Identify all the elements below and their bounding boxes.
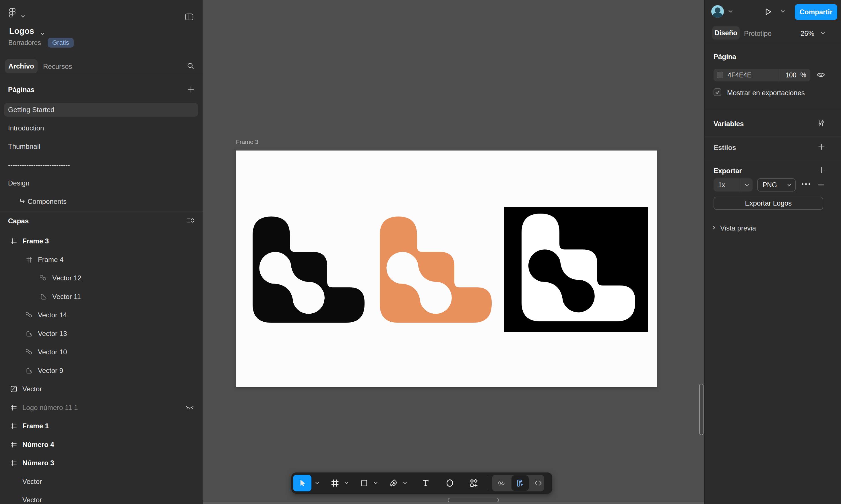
add-export-icon[interactable] — [818, 166, 825, 174]
layer-row-vector[interactable]: Vector — [0, 472, 203, 491]
figma-menu-icon[interactable] — [8, 7, 16, 18]
chevron-down-icon — [787, 183, 792, 187]
layer-row-n-mero-3[interactable]: Número 3 — [0, 454, 203, 472]
preview-toggle[interactable]: Vista previa — [720, 224, 756, 232]
scale-value: 1x — [718, 181, 741, 189]
layer-row-vector-12[interactable]: Vector 12 — [0, 269, 203, 288]
color-swatch[interactable] — [717, 72, 723, 78]
show-in-exports-checkbox[interactable] — [714, 88, 721, 96]
chevron-down-icon[interactable] — [344, 481, 349, 486]
page-color-field[interactable]: 4F4E4E 100 % — [714, 69, 810, 82]
dev-mode-tool[interactable] — [512, 475, 529, 491]
layer-row-n-mero-4[interactable]: Número 4 — [0, 435, 203, 454]
layer-label: Frame 4 — [38, 256, 64, 264]
no-icon — [10, 496, 18, 504]
vertical-scrollbar[interactable] — [699, 383, 704, 435]
eye-icon[interactable] — [817, 72, 825, 78]
chevron-down-icon[interactable] — [315, 481, 320, 486]
present-play-icon[interactable] — [764, 7, 772, 16]
export-format-select[interactable]: PNG — [757, 178, 796, 192]
layer-label: Vector — [22, 496, 42, 504]
artboard-frame-3[interactable] — [236, 150, 657, 387]
move-tool[interactable] — [293, 475, 311, 491]
text-tool[interactable] — [420, 479, 431, 487]
layer-row-frame-4[interactable]: Frame 4 — [0, 251, 203, 269]
frame-icon — [10, 237, 18, 245]
page-item-thumbnail[interactable]: Thumbnail — [0, 137, 203, 156]
tab-diseno[interactable]: Diseño — [712, 26, 740, 39]
chevron-down-icon[interactable] — [780, 10, 785, 13]
page-item--[interactable]: --------------------------- — [0, 156, 203, 174]
variables-sliders-icon[interactable] — [818, 120, 825, 127]
export-more-icon[interactable] — [801, 183, 810, 185]
page-label: Components — [28, 198, 67, 205]
layer-label: Número 3 — [22, 459, 54, 467]
divider — [705, 136, 841, 137]
tab-recursos[interactable]: Recursos — [43, 62, 72, 71]
layer-row-vector-14[interactable]: Vector 14 — [0, 306, 203, 325]
layer-row-frame-3[interactable]: Frame 3 — [0, 232, 203, 251]
logo-black[interactable] — [253, 216, 364, 323]
frame-label[interactable]: Frame 3 — [236, 139, 258, 145]
page-section-title: Página — [714, 53, 736, 61]
add-style-icon[interactable] — [818, 143, 825, 150]
pen-tool[interactable] — [388, 479, 399, 488]
export-scale-select[interactable]: 1x — [714, 178, 753, 192]
chevron-down-icon[interactable] — [728, 10, 733, 13]
page-item-design[interactable]: Design — [0, 174, 203, 192]
code-tool[interactable] — [532, 479, 544, 487]
layer-row-vector-13[interactable]: Vector 13 — [0, 325, 203, 343]
layer-row-vector[interactable]: Vector — [0, 491, 203, 504]
eye-closed-icon[interactable] — [186, 406, 194, 410]
pages-header: Páginas — [8, 86, 34, 94]
frame-tool[interactable] — [329, 479, 341, 487]
collapse-layers-icon[interactable] — [187, 217, 194, 224]
breadcrumb[interactable]: Borradores — [8, 39, 41, 47]
actions-tool[interactable] — [468, 479, 480, 488]
logo-inverted-tile[interactable] — [504, 207, 648, 332]
add-page-icon[interactable] — [187, 86, 194, 93]
page-label: Design — [8, 179, 30, 187]
layer-label: Vector — [22, 385, 42, 393]
draw-tool[interactable] — [495, 479, 508, 487]
avatar[interactable] — [711, 5, 724, 18]
page-item-getting-started[interactable]: Getting Started — [0, 101, 203, 119]
layer-row-frame-1[interactable]: Frame 1 — [0, 417, 203, 435]
tab-archivo[interactable]: Archivo — [5, 59, 38, 73]
color-hex-input[interactable]: 4F4E4E — [727, 71, 780, 79]
layer-row-logo-n-mero-11-1[interactable]: Logo número 11 1 — [0, 398, 203, 417]
layer-label: Vector 14 — [38, 311, 67, 319]
styles-title: Estilos — [714, 144, 736, 152]
share-button[interactable]: Compartir — [795, 4, 837, 20]
tab-prototipo[interactable]: Prototipo — [744, 30, 772, 38]
layer-row-vector-9[interactable]: Vector 9 — [0, 361, 203, 380]
ellipse-tool[interactable] — [444, 479, 456, 488]
layer-row-vector[interactable]: Vector — [0, 380, 203, 398]
zoom-level[interactable]: 26% — [801, 30, 814, 38]
logo-orange[interactable] — [380, 216, 492, 323]
vector-corner-icon — [40, 293, 48, 301]
chevron-down-icon[interactable] — [21, 15, 25, 18]
file-title[interactable]: Logos — [9, 26, 34, 36]
panel-toggle-icon[interactable] — [185, 13, 193, 21]
chevron-right-icon[interactable] — [713, 225, 716, 230]
page-item-introduction[interactable]: Introduction — [0, 119, 203, 137]
opacity-input[interactable]: 100 — [785, 71, 796, 79]
page-label: Introduction — [8, 124, 44, 132]
layer-row-vector-10[interactable]: Vector 10 — [0, 343, 203, 361]
rectangle-tool[interactable] — [359, 479, 370, 487]
layer-row-vector-11[interactable]: Vector 11 — [0, 288, 203, 306]
field-divider — [741, 178, 741, 192]
page-item-components[interactable]: Components — [0, 192, 203, 211]
chevron-down-icon[interactable] — [821, 32, 825, 35]
remove-export-icon[interactable] — [818, 181, 825, 188]
main-tools — [291, 475, 480, 491]
chevron-down-icon[interactable] — [403, 481, 407, 486]
checkbox-label[interactable]: Mostrar en exportaciones — [727, 89, 805, 97]
canvas[interactable]: Frame 3 ? — [203, 0, 704, 504]
chevron-down-icon[interactable] — [374, 481, 378, 486]
layer-label: Vector 12 — [52, 274, 81, 282]
search-icon[interactable] — [187, 62, 194, 70]
export-logos-button[interactable]: Exportar Logos — [714, 197, 823, 210]
chevron-down-icon[interactable] — [40, 32, 45, 35]
